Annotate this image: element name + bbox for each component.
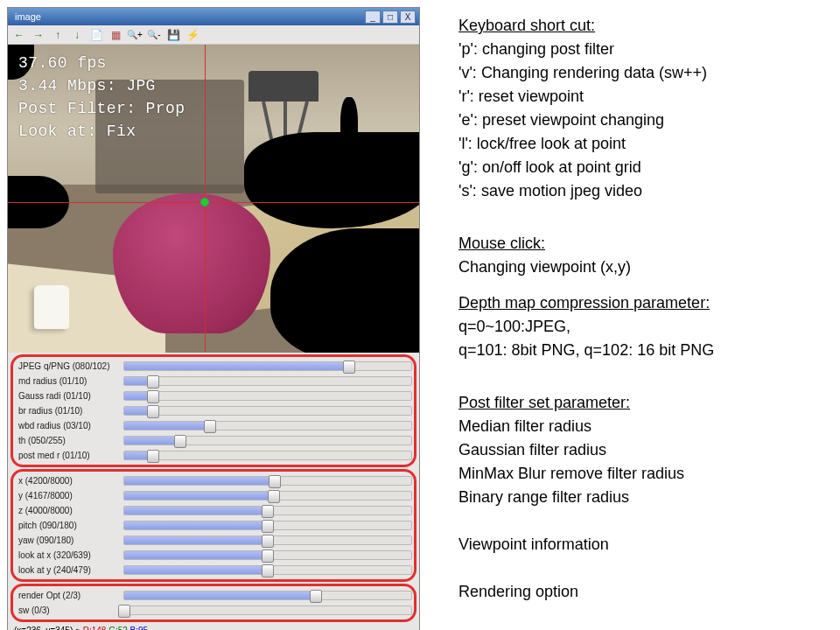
slider-track[interactable] (123, 491, 412, 500)
save-icon[interactable]: 💾 (165, 27, 181, 43)
slider-track[interactable] (123, 376, 412, 386)
arrow-left-icon[interactable]: ← (11, 27, 27, 43)
slider-label: post med r (01/10) (15, 451, 123, 460)
slider-track[interactable] (123, 550, 412, 560)
slider-z: z (4000/8000) (15, 503, 412, 517)
slider-y: y (4167/8000) (15, 488, 412, 502)
slider-thumb[interactable] (343, 360, 355, 374)
postfilter-item: Median filter radius (458, 415, 830, 438)
slider-panel: JPEG q/PNG (080/102)md radius (01/10)Gau… (8, 353, 419, 630)
slider-label: z (4000/8000) (15, 506, 123, 515)
postfilter-item: Gaussian filter radius (458, 438, 830, 462)
slider-look-at-y: look at y (240/479) (15, 563, 412, 577)
window-title: image (11, 11, 363, 22)
slider-track[interactable] (123, 361, 412, 371)
slider-thumb[interactable] (147, 450, 159, 463)
slider-label: md radius (01/10) (15, 376, 123, 386)
render-sliders-group: render Opt (2/3)sw (0/3) (10, 584, 416, 622)
slider-render-Opt: render Opt (2/3) (15, 588, 412, 602)
slider-look-at-x: look at x (320/639) (15, 548, 412, 562)
postfilter-header: Post filter set parameter: (458, 391, 830, 415)
slider-thumb[interactable] (118, 605, 130, 618)
slider-thumb[interactable] (204, 420, 216, 433)
slider-Gauss-radi: Gauss radi (01/10) (15, 388, 412, 402)
slider-thumb[interactable] (262, 535, 274, 548)
slider-label: y (4167/8000) (15, 491, 123, 500)
slider-sw: sw (0/3) (15, 603, 412, 617)
shortcut-line: 'p': changing post filter (458, 38, 830, 61)
slider-thumb[interactable] (262, 520, 274, 533)
arrow-right-icon[interactable]: → (31, 27, 46, 43)
shortcut-line: 'g': on/off look at point grid (458, 156, 830, 179)
slider-track[interactable] (123, 451, 412, 460)
mouse-header: Mouse click: (458, 232, 830, 256)
screenshot-icon[interactable]: ▦ (108, 27, 123, 43)
shortcut-line: 'r': reset viewpoint (458, 85, 830, 108)
viewpoint-sliders-group: x (4200/8000)y (4167/8000)z (4000/8000)p… (10, 469, 416, 582)
slider-label: JPEG q/PNG (080/102) (15, 361, 123, 371)
arrow-up-icon[interactable]: ↑ (50, 27, 66, 43)
slider-thumb[interactable] (268, 490, 280, 503)
slider-label: x (4200/8000) (15, 476, 123, 486)
slider-th: th (050/255) (15, 433, 412, 447)
slider-thumb[interactable] (174, 435, 186, 448)
slider-track[interactable] (123, 565, 412, 575)
slider-thumb[interactable] (147, 375, 159, 388)
shortcut-line: 'l': lock/free look at point (458, 132, 830, 156)
zoom-out-icon[interactable]: 🔍- (146, 27, 162, 43)
shortcut-line: 'v': Changing rendering data (sw++) (458, 61, 830, 85)
slider-md-radius: md radius (01/10) (15, 374, 412, 388)
maximize-button[interactable]: □ (382, 10, 398, 24)
slider-thumb[interactable] (262, 550, 274, 563)
slider-track[interactable] (123, 521, 412, 530)
explanation-panel: Keyboard short cut: 'p': changing post f… (438, 0, 840, 630)
slider-label: yaw (090/180) (15, 536, 123, 545)
slider-label: look at x (320/639) (15, 550, 123, 560)
slider-label: pitch (090/180) (15, 521, 123, 530)
slider-thumb[interactable] (147, 405, 159, 418)
arrow-down-icon[interactable]: ↓ (69, 27, 85, 43)
slider-JPEG-q/PNG: JPEG q/PNG (080/102) (15, 359, 412, 373)
slider-label: wbd radius (03/10) (15, 421, 123, 430)
slider-track[interactable] (123, 606, 412, 615)
slider-label: render Opt (2/3) (15, 591, 123, 600)
depth-header: Depth map compression parameter: (458, 291, 830, 315)
slider-wbd-radius: wbd radius (03/10) (15, 418, 412, 432)
slider-label: sw (0/3) (15, 606, 123, 615)
slider-pitch: pitch (090/180) (15, 518, 412, 532)
slider-label: look at y (240/479) (15, 565, 123, 575)
titlebar[interactable]: image _ □ X (8, 8, 419, 25)
flash-icon[interactable]: ⚡ (185, 27, 200, 43)
minimize-button[interactable]: _ (365, 10, 381, 24)
slider-thumb[interactable] (262, 564, 274, 578)
look-at-point[interactable] (200, 198, 209, 206)
slider-yaw: yaw (090/180) (15, 533, 412, 547)
zoom-in-icon[interactable]: 🔍+ (127, 27, 143, 43)
slider-track[interactable] (123, 476, 412, 486)
slider-x: x (4200/8000) (15, 473, 412, 487)
file-icon[interactable]: 📄 (88, 27, 104, 43)
postfilter-item: MinMax Blur remove filter radius (458, 462, 830, 486)
close-button[interactable]: X (400, 10, 416, 24)
toolbar: ← → ↑ ↓ 📄 ▦ 🔍+ 🔍- 💾 ⚡ (8, 25, 419, 45)
shortcut-line: 'e': preset viewpoint changing (458, 108, 830, 132)
slider-thumb[interactable] (310, 590, 322, 603)
slider-track[interactable] (123, 536, 412, 545)
viewpoint-label: Viewpoint information (458, 533, 830, 556)
slider-track[interactable] (123, 506, 412, 515)
keyboard-header: Keyboard short cut: (458, 14, 830, 38)
slider-thumb[interactable] (269, 475, 281, 488)
slider-track[interactable] (123, 391, 412, 401)
slider-track[interactable] (123, 591, 412, 600)
postfilter-item: Binary range filter radius (458, 486, 830, 509)
slider-thumb[interactable] (262, 505, 274, 518)
slider-track[interactable] (123, 406, 412, 416)
slider-label: Gauss radi (01/10) (15, 391, 123, 401)
slider-track[interactable] (123, 421, 412, 430)
crosshair-h (8, 202, 419, 203)
slider-thumb[interactable] (147, 390, 159, 403)
slider-track[interactable] (123, 436, 412, 445)
rendering-label: Rendering option (458, 580, 830, 604)
shortcut-line: 's': save motion jpeg video (458, 179, 830, 203)
viewport[interactable]: 37.60 fps 3.44 Mbps: JPG Post Filter: Pr… (8, 45, 419, 353)
